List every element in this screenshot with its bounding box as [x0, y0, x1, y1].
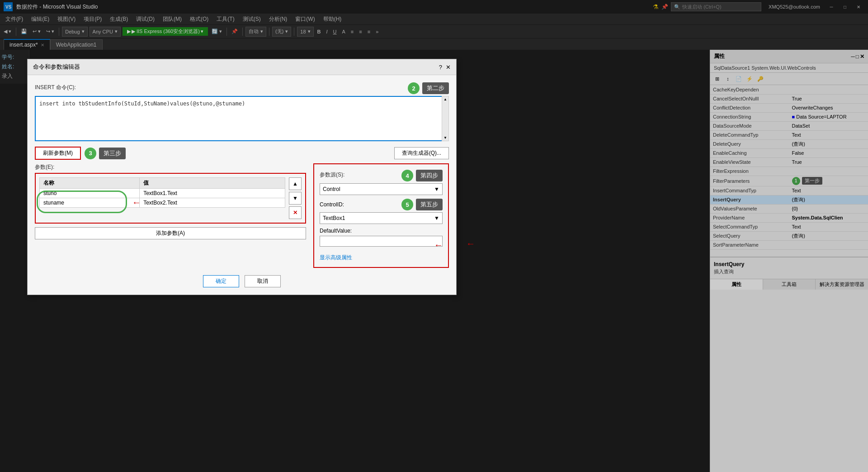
step-badge-5: 5 — [401, 199, 413, 210]
params-down-btn[interactable]: ▼ — [289, 192, 302, 205]
ok-btn[interactable]: 确定 — [203, 275, 239, 287]
params-row-stuno[interactable]: stuno TextBox1.Text — [40, 189, 285, 198]
dialog-help-btn[interactable]: ? — [439, 64, 442, 71]
refresh-params-btn[interactable]: 刷新参数(M) — [35, 147, 81, 160]
step-badge-2: 2 — [408, 82, 420, 94]
query-builder-btn[interactable]: 查询生成器(Q)... — [394, 147, 449, 159]
defaultvalue-section: DefaultValue: — [320, 228, 443, 250]
ok-cancel-row: 确定 取消 — [35, 275, 449, 287]
params-col-name: 名称 — [40, 178, 140, 189]
cancel-btn[interactable]: 取消 — [245, 275, 281, 287]
step-label-3: 第三步 — [99, 148, 126, 159]
step-label-5: 第五步 — [416, 199, 443, 210]
params-row-stuname[interactable]: stuname TextBox2.Text — [40, 198, 285, 208]
command-editor-dialog: 命令和参数编辑器 ? ✕ INSERT 命令(C): 2 第二步 insert … — [27, 59, 457, 295]
dialog-close-btn[interactable]: ✕ — [446, 64, 451, 71]
params-delete-btn[interactable]: ✕ — [289, 206, 302, 219]
dialog-title-bar: 命令和参数编辑器 ? ✕ — [28, 59, 456, 75]
param-name-stuname: stuname — [40, 198, 140, 208]
add-param-btn[interactable]: 添加参数(A) — [35, 227, 306, 239]
insert-cmd-label: INSERT 命令(C): — [35, 84, 76, 91]
param-source-value: Control — [323, 186, 340, 192]
sql-text: insert into tbStudentInfo(StuId,StuName)… — [39, 100, 444, 107]
params-table: 名称 值 stuno TextBox1.Text stuna — [39, 177, 285, 208]
params-arrows: ▲ ▼ ✕ — [289, 177, 302, 219]
dialog-title-text: 命令和参数编辑器 — [33, 63, 80, 71]
params-up-btn[interactable]: ▲ — [289, 177, 302, 190]
param-value-stuno: TextBox1.Text — [140, 189, 285, 198]
param-source-dropdown[interactable]: Control ▼ — [320, 183, 443, 195]
params-col-value: 值 — [140, 178, 285, 189]
controlid-section: ControlID: 5 第五步 TextBox1 ▼ — [320, 199, 443, 224]
param-value-stuname: TextBox2.Text — [140, 198, 285, 208]
param-name-stuno: stuno — [40, 189, 140, 198]
sql-input[interactable]: insert into tbStudentInfo(StuId,StuName)… — [35, 96, 449, 141]
controlid-value: TextBox1 — [323, 215, 345, 221]
step-label-2: 第二步 — [422, 82, 449, 94]
controlid-input[interactable]: TextBox1 ▼ — [320, 212, 443, 224]
step-badge-3: 3 — [85, 148, 96, 159]
param-source-section: 参数源(S): 4 第四步 Control ▼ ControlID: — [313, 163, 449, 268]
param-source-label: 参数源(S): — [320, 171, 344, 179]
defaultvalue-label: DefaultValue: — [320, 228, 443, 234]
controlid-label: ControlID: — [320, 201, 344, 208]
step-label-4: 第四步 — [416, 170, 443, 181]
params-section: 名称 值 stuno TextBox1.Text stuna — [35, 173, 306, 224]
defaultvalue-input[interactable] — [320, 236, 443, 247]
step-badge-4: 4 — [401, 170, 413, 181]
advanced-props-link[interactable]: 显示高级属性 — [320, 254, 352, 261]
params-label: 参数(E): — [35, 163, 306, 171]
